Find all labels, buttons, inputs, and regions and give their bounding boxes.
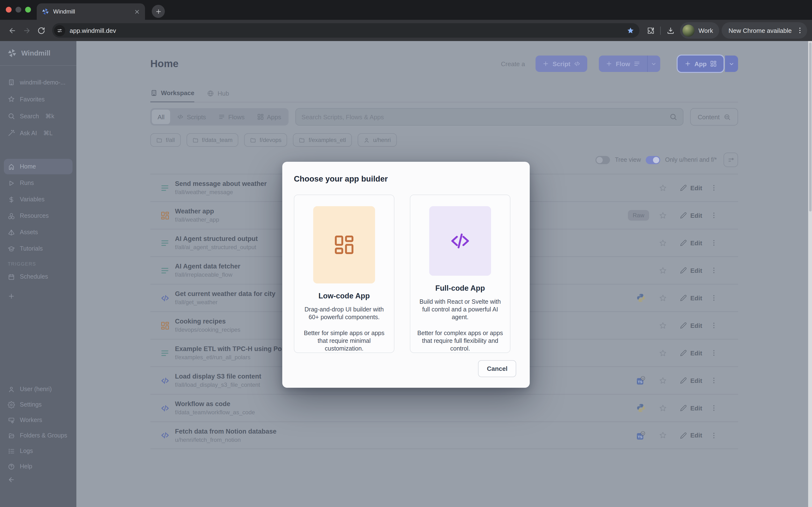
chip-f-all[interactable]: f/all — [150, 133, 181, 147]
edit-button[interactable]: Edit — [673, 349, 709, 356]
favorite-star-icon[interactable] — [652, 184, 673, 192]
sidebar-item-variables[interactable]: Variables — [4, 192, 72, 207]
edit-button[interactable]: Edit — [673, 404, 709, 412]
sidebar-item-settings[interactable]: Settings — [0, 397, 77, 412]
row-menu-button[interactable] — [709, 432, 719, 439]
search-input[interactable]: Search Scripts, Flows & Apps — [295, 108, 684, 125]
row-menu-button[interactable] — [709, 212, 719, 219]
edit-button[interactable]: Edit — [673, 432, 709, 439]
favorite-star-icon[interactable] — [652, 211, 673, 219]
extensions-icon[interactable] — [643, 23, 658, 38]
sidebar-item-user-henri[interactable]: User (henri) — [0, 382, 77, 397]
chip-f-data-team[interactable]: f/data_team — [186, 133, 238, 147]
favorite-star-icon[interactable] — [652, 431, 673, 439]
row-menu-button[interactable] — [709, 377, 719, 384]
create-app-button[interactable]: App — [677, 56, 723, 72]
sidebar-item-schedules[interactable]: Schedules — [4, 269, 72, 284]
sidebar-item-search[interactable]: Search⌘k — [0, 108, 77, 125]
filter-segment-all[interactable]: All — [152, 110, 170, 124]
chrome-update-button[interactable]: New Chrome available — [722, 22, 807, 39]
pencil-icon — [680, 294, 687, 301]
table-row[interactable]: Workflow as codef/data_team/workflow_as_… — [150, 394, 738, 421]
app-dropdown-button[interactable] — [725, 56, 738, 72]
sidebar-item-resources[interactable]: Resources — [4, 208, 72, 224]
sidebar-add-button[interactable] — [0, 288, 77, 304]
tab-hub[interactable]: Hub — [207, 89, 229, 102]
row-menu-button[interactable] — [709, 349, 719, 357]
favorite-star-icon[interactable] — [652, 376, 673, 385]
create-script-button[interactable]: Script — [536, 56, 588, 72]
chip-u-henri[interactable]: u/henri — [358, 133, 397, 147]
brand[interactable]: Windmill — [0, 41, 77, 65]
sidebar-item-home[interactable]: Home — [4, 159, 72, 174]
sidebar-item-windmill-demo[interactable]: windmill-demo-... — [0, 74, 77, 91]
edit-button[interactable]: Edit — [673, 267, 709, 274]
chip-f-examples-etl[interactable]: f/examples_etl — [293, 133, 352, 147]
content-search-button[interactable]: Content — [691, 108, 738, 125]
favorite-star-icon[interactable] — [652, 404, 673, 412]
browser-menu-icon[interactable] — [796, 26, 804, 34]
sidebar-item-logs[interactable]: Logs — [0, 443, 77, 459]
sidebar-item-assets[interactable]: Assets — [4, 225, 72, 240]
url-bar[interactable]: app.windmill.dev — [52, 23, 640, 38]
edit-button[interactable]: Edit — [673, 294, 709, 301]
sidebar-item-folders-groups[interactable]: Folders & Groups — [0, 428, 77, 443]
favorite-star-icon[interactable] — [652, 294, 673, 302]
edit-button[interactable]: Edit — [673, 239, 709, 246]
row-menu-button[interactable] — [709, 184, 719, 192]
forward-icon[interactable] — [19, 23, 34, 38]
search-icon[interactable] — [670, 113, 677, 121]
tab-close-icon[interactable] — [134, 8, 140, 15]
filter-segment-scripts[interactable]: Scripts — [171, 110, 212, 124]
site-settings-icon[interactable] — [54, 25, 65, 36]
tree-view-toggle[interactable] — [596, 156, 610, 164]
window-zoom-button[interactable] — [25, 7, 31, 12]
window-close-button[interactable] — [6, 7, 12, 12]
edit-button[interactable]: Edit — [673, 212, 709, 219]
sidebar-item-workers[interactable]: Workers — [0, 412, 77, 428]
edit-button[interactable]: Edit — [673, 322, 709, 329]
only-mine-toggle[interactable] — [646, 156, 660, 164]
cancel-button[interactable]: Cancel — [478, 360, 516, 377]
sidebar-item-ask-ai[interactable]: Ask AI⌘L — [0, 125, 77, 142]
new-tab-button[interactable] — [152, 5, 165, 18]
row-menu-button[interactable] — [709, 267, 719, 274]
sidebar-item-help[interactable]: Help — [0, 459, 77, 474]
create-flow-button[interactable]: Flow — [599, 56, 647, 72]
full-code-app-card[interactable]: Full-code App Build with React or Svelte… — [410, 194, 510, 353]
row-menu-button[interactable] — [709, 239, 719, 247]
window-minimize-button[interactable] — [15, 7, 21, 12]
favorite-star-icon[interactable] — [652, 321, 673, 330]
sidebar-item-favorites[interactable]: Favorites — [0, 91, 77, 108]
low-code-app-card[interactable]: Low-code App Drag-and-drop UI builder wi… — [294, 194, 394, 353]
reload-icon[interactable] — [34, 23, 48, 38]
back-icon[interactable] — [5, 23, 19, 38]
browser-tab[interactable]: Windmill — [37, 3, 145, 20]
edit-button[interactable]: Edit — [673, 377, 709, 384]
item-text: AI Agent data fetcherf/all/irreplaceable… — [175, 263, 241, 278]
bookmark-star-icon[interactable] — [626, 26, 635, 35]
row-menu-button[interactable] — [709, 322, 719, 329]
page-scrollbar[interactable] — [808, 41, 812, 507]
filter-segment-flows[interactable]: Flows — [213, 110, 250, 124]
profile-button[interactable]: Work — [680, 22, 719, 39]
tab-workspace[interactable]: Workspace — [150, 89, 194, 102]
edit-button[interactable]: Edit — [673, 184, 709, 191]
sidebar-collapse-button[interactable] — [0, 474, 77, 485]
row-menu-button[interactable] — [709, 294, 719, 302]
filter-options-button[interactable] — [723, 153, 738, 167]
scrollbar-thumb[interactable] — [809, 43, 812, 212]
row-menu-button[interactable] — [709, 404, 719, 412]
sidebar-item-tutorials[interactable]: Tutorials — [4, 241, 72, 257]
sidebar-item-runs[interactable]: Runs — [4, 175, 72, 191]
item-title: Load display S3 file content — [175, 373, 261, 380]
filter-segment-apps[interactable]: Apps — [251, 110, 287, 124]
favorite-star-icon[interactable] — [652, 239, 673, 247]
favorite-star-icon[interactable] — [652, 349, 673, 357]
chip-f-devops[interactable]: f/devops — [244, 133, 287, 147]
sidebar-item-label: windmill-demo-... — [20, 79, 65, 86]
flow-dropdown-button[interactable] — [647, 56, 660, 72]
table-row[interactable]: Fetch data from Notion databaseu/henri/f… — [150, 421, 738, 449]
favorite-star-icon[interactable] — [652, 266, 673, 275]
downloads-icon[interactable] — [663, 23, 678, 38]
